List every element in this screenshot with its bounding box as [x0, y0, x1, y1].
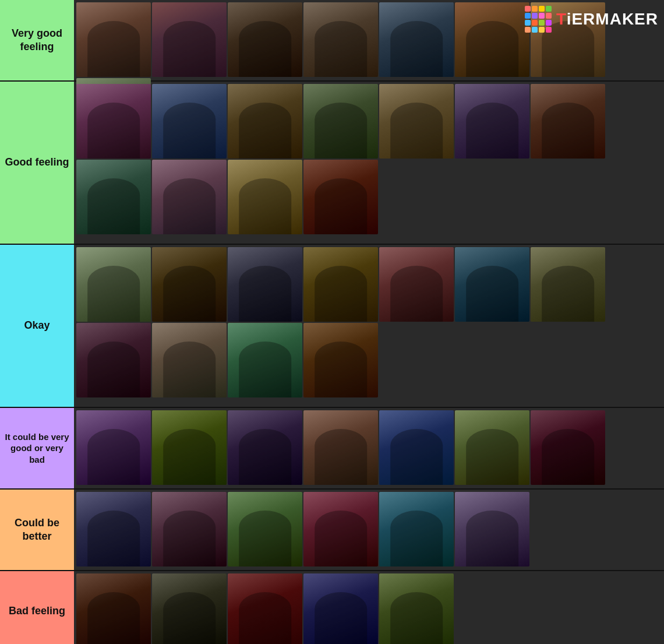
tier-list: Very good feeling [0, 0, 664, 644]
char-c5[interactable] [379, 410, 454, 485]
logo-grid [525, 6, 552, 33]
char-b4[interactable] [303, 247, 378, 322]
tier-label-s: Very good feeling [0, 0, 74, 80]
char-a9[interactable] [152, 160, 227, 234]
char-f3[interactable] [228, 573, 302, 644]
char-c1[interactable] [76, 410, 151, 485]
tier-row-a: Good feeling [0, 82, 664, 245]
char-c6[interactable] [455, 410, 529, 485]
char-d6[interactable] [455, 492, 529, 566]
char-f2[interactable] [152, 573, 227, 644]
char-a7[interactable] [531, 84, 605, 159]
tier-content-s: TiERMAKER [74, 0, 664, 80]
tier-row-c: It could be very good or very bad [0, 408, 664, 490]
char-f5[interactable] [379, 573, 454, 644]
char-a8[interactable] [76, 160, 151, 234]
tier-content-a [74, 82, 664, 244]
char-b3[interactable] [228, 247, 302, 322]
char-d4[interactable] [303, 492, 378, 566]
char-b7[interactable] [531, 247, 605, 322]
char-d2[interactable] [152, 492, 227, 566]
char-b1[interactable] [76, 247, 151, 322]
char-b6[interactable] [455, 247, 529, 322]
tier-label-b: Okay [0, 245, 74, 407]
char-f1[interactable] [76, 573, 151, 644]
tier-label-a: Good feeling [0, 82, 74, 244]
char-c4[interactable] [303, 410, 378, 485]
char-d1[interactable] [76, 492, 151, 566]
tiermaker-logo: TiERMAKER [525, 6, 658, 33]
char-d3[interactable] [228, 492, 302, 566]
char-s6[interactable] [455, 2, 529, 77]
char-c2[interactable] [152, 410, 227, 485]
char-a6[interactable] [455, 84, 529, 159]
tier-content-c [74, 408, 664, 488]
char-a5[interactable] [379, 84, 454, 159]
char-b10[interactable] [228, 323, 302, 397]
char-s1[interactable] [76, 2, 151, 77]
char-s4[interactable] [303, 2, 378, 77]
char-a2[interactable] [152, 84, 227, 159]
char-a3[interactable] [228, 84, 302, 159]
char-c3[interactable] [228, 410, 302, 485]
tier-row-b: Okay [0, 245, 664, 408]
logo-rest: iERMAKER [567, 10, 658, 28]
char-a10[interactable] [228, 160, 302, 234]
char-d5[interactable] [379, 492, 454, 566]
tier-content-d [74, 490, 664, 570]
tier-label-d: Could be better [0, 490, 74, 570]
char-c7[interactable] [531, 410, 605, 485]
tier-label-c: It could be very good or very bad [0, 408, 74, 488]
char-b5[interactable] [379, 247, 454, 322]
tier-content-b [74, 245, 664, 407]
tier-row-e: Bad feeling [0, 571, 664, 644]
logo-t: T [556, 10, 567, 28]
char-b11[interactable] [303, 323, 378, 397]
char-s5[interactable] [379, 2, 454, 77]
char-a1[interactable] [76, 84, 151, 159]
tier-label-e: Bad feeling [0, 571, 74, 644]
tier-row-d: Could be better [0, 490, 664, 571]
char-s3[interactable] [228, 2, 302, 77]
char-b9[interactable] [152, 323, 227, 397]
char-a4[interactable] [303, 84, 378, 159]
tier-row-s: Very good feeling [0, 0, 664, 82]
char-s2[interactable] [152, 2, 227, 77]
logo-text: TiERMAKER [556, 10, 658, 29]
char-a11[interactable] [303, 160, 378, 234]
tier-content-e [74, 571, 664, 644]
char-b2[interactable] [152, 247, 227, 322]
char-f4[interactable] [303, 573, 378, 644]
char-b8[interactable] [76, 323, 151, 397]
